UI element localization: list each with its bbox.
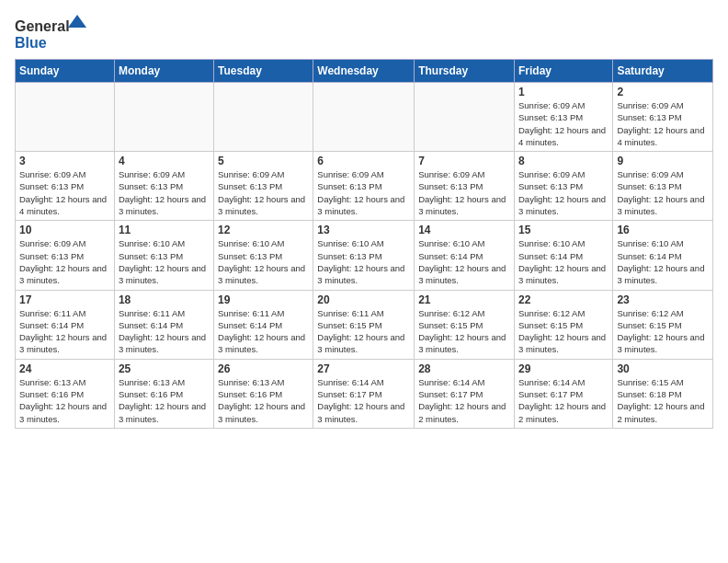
col-header-monday: Monday xyxy=(114,60,213,83)
calendar-week-4: 17Sunrise: 6:11 AM Sunset: 6:14 PM Dayli… xyxy=(16,290,713,359)
col-header-tuesday: Tuesday xyxy=(214,60,313,83)
calendar-cell: 11Sunrise: 6:10 AM Sunset: 6:13 PM Dayli… xyxy=(114,221,213,290)
logo-svg: GeneralBlue xyxy=(15,15,88,50)
day-number: 18 xyxy=(119,293,210,306)
day-info: Sunrise: 6:10 AM Sunset: 6:14 PM Dayligh… xyxy=(617,237,709,286)
calendar-cell: 30Sunrise: 6:15 AM Sunset: 6:18 PM Dayli… xyxy=(613,359,713,428)
day-info: Sunrise: 6:09 AM Sunset: 6:13 PM Dayligh… xyxy=(518,99,609,148)
calendar-cell: 23Sunrise: 6:12 AM Sunset: 6:15 PM Dayli… xyxy=(613,290,713,359)
day-number: 30 xyxy=(617,362,709,375)
day-number: 7 xyxy=(418,155,510,167)
day-info: Sunrise: 6:10 AM Sunset: 6:13 PM Dayligh… xyxy=(218,237,309,286)
day-info: Sunrise: 6:09 AM Sunset: 6:13 PM Dayligh… xyxy=(19,168,110,217)
day-info: Sunrise: 6:09 AM Sunset: 6:13 PM Dayligh… xyxy=(617,168,709,217)
calendar-cell: 20Sunrise: 6:11 AM Sunset: 6:15 PM Dayli… xyxy=(313,290,415,359)
day-info: Sunrise: 6:10 AM Sunset: 6:14 PM Dayligh… xyxy=(418,237,510,286)
calendar-cell: 26Sunrise: 6:13 AM Sunset: 6:16 PM Dayli… xyxy=(214,359,313,428)
day-number: 9 xyxy=(617,155,709,167)
day-info: Sunrise: 6:09 AM Sunset: 6:13 PM Dayligh… xyxy=(317,168,410,217)
calendar-cell: 28Sunrise: 6:14 AM Sunset: 6:17 PM Dayli… xyxy=(415,359,515,428)
calendar-cell: 18Sunrise: 6:11 AM Sunset: 6:14 PM Dayli… xyxy=(114,290,213,359)
day-info: Sunrise: 6:12 AM Sunset: 6:15 PM Dayligh… xyxy=(617,307,709,356)
day-number: 11 xyxy=(119,224,210,236)
day-info: Sunrise: 6:11 AM Sunset: 6:14 PM Dayligh… xyxy=(19,307,110,356)
calendar-cell: 9Sunrise: 6:09 AM Sunset: 6:13 PM Daylig… xyxy=(613,152,713,221)
calendar-cell: 13Sunrise: 6:10 AM Sunset: 6:13 PM Dayli… xyxy=(313,221,415,290)
calendar-cell: 19Sunrise: 6:11 AM Sunset: 6:14 PM Dayli… xyxy=(214,290,313,359)
calendar-cell xyxy=(214,83,313,152)
day-info: Sunrise: 6:09 AM Sunset: 6:13 PM Dayligh… xyxy=(19,237,110,286)
day-info: Sunrise: 6:09 AM Sunset: 6:13 PM Dayligh… xyxy=(418,168,510,217)
day-number: 25 xyxy=(119,362,210,375)
day-number: 19 xyxy=(218,293,309,306)
day-number: 3 xyxy=(19,155,110,167)
calendar-cell: 29Sunrise: 6:14 AM Sunset: 6:17 PM Dayli… xyxy=(514,359,612,428)
day-number: 2 xyxy=(617,86,709,98)
calendar-week-2: 3Sunrise: 6:09 AM Sunset: 6:13 PM Daylig… xyxy=(16,152,713,221)
day-number: 27 xyxy=(317,362,410,375)
day-info: Sunrise: 6:09 AM Sunset: 6:13 PM Dayligh… xyxy=(617,99,709,148)
day-number: 26 xyxy=(218,362,309,375)
day-info: Sunrise: 6:10 AM Sunset: 6:14 PM Dayligh… xyxy=(518,237,609,286)
day-info: Sunrise: 6:11 AM Sunset: 6:15 PM Dayligh… xyxy=(317,307,410,356)
day-info: Sunrise: 6:14 AM Sunset: 6:17 PM Dayligh… xyxy=(418,376,510,425)
day-number: 24 xyxy=(19,362,110,375)
day-info: Sunrise: 6:10 AM Sunset: 6:13 PM Dayligh… xyxy=(119,237,210,286)
day-info: Sunrise: 6:11 AM Sunset: 6:14 PM Dayligh… xyxy=(119,307,210,356)
logo: GeneralBlue xyxy=(15,15,88,50)
day-number: 16 xyxy=(617,224,709,236)
day-info: Sunrise: 6:10 AM Sunset: 6:13 PM Dayligh… xyxy=(317,237,410,286)
day-number: 21 xyxy=(418,293,510,306)
calendar-cell: 5Sunrise: 6:09 AM Sunset: 6:13 PM Daylig… xyxy=(214,152,313,221)
calendar-cell: 27Sunrise: 6:14 AM Sunset: 6:17 PM Dayli… xyxy=(313,359,415,428)
calendar-cell: 4Sunrise: 6:09 AM Sunset: 6:13 PM Daylig… xyxy=(114,152,213,221)
calendar-cell: 15Sunrise: 6:10 AM Sunset: 6:14 PM Dayli… xyxy=(514,221,612,290)
day-number: 13 xyxy=(317,224,410,236)
day-number: 20 xyxy=(317,293,410,306)
day-number: 1 xyxy=(518,86,609,98)
calendar-cell: 1Sunrise: 6:09 AM Sunset: 6:13 PM Daylig… xyxy=(514,83,612,152)
calendar-cell: 6Sunrise: 6:09 AM Sunset: 6:13 PM Daylig… xyxy=(313,152,415,221)
calendar-week-5: 24Sunrise: 6:13 AM Sunset: 6:16 PM Dayli… xyxy=(16,359,713,428)
day-info: Sunrise: 6:15 AM Sunset: 6:18 PM Dayligh… xyxy=(617,376,709,425)
calendar-week-3: 10Sunrise: 6:09 AM Sunset: 6:13 PM Dayli… xyxy=(16,221,713,290)
day-info: Sunrise: 6:12 AM Sunset: 6:15 PM Dayligh… xyxy=(418,307,510,356)
calendar-cell: 17Sunrise: 6:11 AM Sunset: 6:14 PM Dayli… xyxy=(16,290,115,359)
col-header-friday: Friday xyxy=(514,60,612,83)
day-number: 8 xyxy=(518,155,609,167)
day-number: 5 xyxy=(218,155,309,167)
day-number: 23 xyxy=(617,293,709,306)
calendar-cell: 10Sunrise: 6:09 AM Sunset: 6:13 PM Dayli… xyxy=(16,221,115,290)
day-info: Sunrise: 6:13 AM Sunset: 6:16 PM Dayligh… xyxy=(119,376,210,425)
calendar-cell: 22Sunrise: 6:12 AM Sunset: 6:15 PM Dayli… xyxy=(514,290,612,359)
day-number: 28 xyxy=(418,362,510,375)
calendar-cell: 24Sunrise: 6:13 AM Sunset: 6:16 PM Dayli… xyxy=(16,359,115,428)
calendar-cell: 2Sunrise: 6:09 AM Sunset: 6:13 PM Daylig… xyxy=(613,83,713,152)
calendar-cell xyxy=(16,83,115,152)
day-number: 12 xyxy=(218,224,309,236)
col-header-wednesday: Wednesday xyxy=(313,60,415,83)
calendar-cell: 12Sunrise: 6:10 AM Sunset: 6:13 PM Dayli… xyxy=(214,221,313,290)
day-info: Sunrise: 6:09 AM Sunset: 6:13 PM Dayligh… xyxy=(218,168,309,217)
calendar-cell: 8Sunrise: 6:09 AM Sunset: 6:13 PM Daylig… xyxy=(514,152,612,221)
day-info: Sunrise: 6:12 AM Sunset: 6:15 PM Dayligh… xyxy=(518,307,609,356)
col-header-saturday: Saturday xyxy=(613,60,713,83)
calendar-cell: 14Sunrise: 6:10 AM Sunset: 6:14 PM Dayli… xyxy=(415,221,515,290)
calendar-header-row: SundayMondayTuesdayWednesdayThursdayFrid… xyxy=(16,60,713,83)
calendar-table: SundayMondayTuesdayWednesdayThursdayFrid… xyxy=(15,59,713,429)
calendar-cell: 16Sunrise: 6:10 AM Sunset: 6:14 PM Dayli… xyxy=(613,221,713,290)
day-number: 22 xyxy=(518,293,609,306)
col-header-thursday: Thursday xyxy=(415,60,515,83)
day-info: Sunrise: 6:11 AM Sunset: 6:14 PM Dayligh… xyxy=(218,307,309,356)
day-info: Sunrise: 6:14 AM Sunset: 6:17 PM Dayligh… xyxy=(317,376,410,425)
page-header: GeneralBlue xyxy=(15,15,713,50)
day-number: 4 xyxy=(119,155,210,167)
day-info: Sunrise: 6:13 AM Sunset: 6:16 PM Dayligh… xyxy=(218,376,309,425)
svg-text:Blue: Blue xyxy=(15,35,47,50)
day-info: Sunrise: 6:09 AM Sunset: 6:13 PM Dayligh… xyxy=(119,168,210,217)
calendar-cell xyxy=(313,83,415,152)
svg-marker-0 xyxy=(68,15,86,28)
calendar-cell: 25Sunrise: 6:13 AM Sunset: 6:16 PM Dayli… xyxy=(114,359,213,428)
calendar-cell: 3Sunrise: 6:09 AM Sunset: 6:13 PM Daylig… xyxy=(16,152,115,221)
day-info: Sunrise: 6:13 AM Sunset: 6:16 PM Dayligh… xyxy=(19,376,110,425)
